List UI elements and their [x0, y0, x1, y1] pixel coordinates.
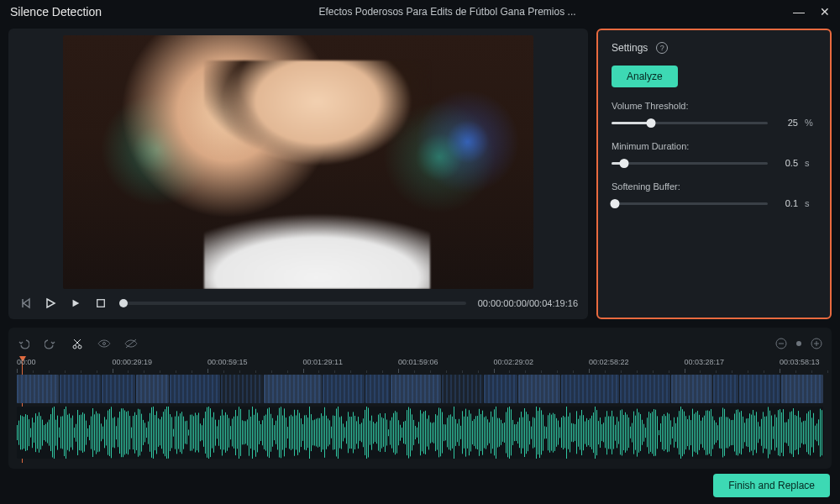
video-clip[interactable] [518, 375, 560, 403]
zoom-in-button[interactable] [810, 337, 823, 350]
video-clip[interactable] [561, 375, 619, 403]
ruler-label: 00:00:29:19 [113, 358, 153, 366]
ruler-label: 00:03:58:13 [780, 358, 820, 366]
timeline-panel: 00:0000:00:29:1900:00:59:1500:01:29:1100… [8, 328, 832, 469]
minimum-duration-slider[interactable] [612, 162, 768, 165]
redo-button[interactable] [44, 337, 57, 350]
param-value: 0.1 [774, 198, 798, 208]
timecode-display: 00:00:00:00/00:04:19:16 [478, 298, 578, 308]
settings-panel: Settings ? Analyze Volume Threshold: 25 … [596, 29, 832, 319]
video-frame [63, 35, 533, 289]
svg-point-1 [73, 345, 76, 349]
slider-knob[interactable] [619, 159, 628, 168]
close-button[interactable]: ✕ [820, 6, 830, 18]
svg-rect-0 [97, 300, 105, 307]
param-unit: s [805, 158, 816, 168]
footer-bar: Finish and Replace [0, 469, 840, 497]
param-unit: s [805, 198, 816, 208]
param-value: 25 [774, 118, 798, 128]
param-label: Softening Buffer: [612, 181, 816, 192]
video-clip[interactable] [170, 375, 220, 403]
analyze-button[interactable]: Analyze [612, 66, 678, 87]
timeline-toolbar [17, 334, 823, 353]
video-clip[interactable] [620, 375, 670, 403]
svg-point-3 [103, 343, 106, 345]
app-title: Silence Detection [10, 5, 102, 18]
video-clip[interactable] [136, 375, 170, 403]
transport-bar: 00:00:00:00/00:04:19:16 [18, 292, 578, 314]
ruler-label: 00:03:28:17 [685, 358, 725, 366]
ruler-label: 00:02:29:02 [494, 358, 534, 366]
video-clip[interactable] [365, 375, 391, 403]
video-clip[interactable] [221, 375, 263, 403]
ruler-label: 00:01:29:11 [303, 358, 344, 366]
finish-and-replace-button[interactable]: Finish and Replace [713, 474, 830, 497]
stop-button[interactable] [94, 297, 108, 310]
zoom-controls [774, 337, 823, 350]
play-alt-button[interactable] [69, 297, 82, 310]
prev-frame-button[interactable] [18, 297, 32, 310]
softening-buffer-slider[interactable] [612, 202, 768, 205]
settings-heading: Settings [612, 42, 648, 54]
video-clip[interactable] [323, 375, 365, 403]
undo-button[interactable] [17, 337, 30, 350]
title-bar: Silence Detection Efectos Poderosos Para… [0, 0, 840, 24]
param-label: Volume Threshold: [612, 101, 816, 111]
video-clip[interactable] [102, 375, 135, 403]
param-minimum-duration: Minimum Duration: 0.5 s [612, 141, 816, 168]
video-track[interactable] [17, 375, 823, 403]
window-controls: — ✕ [793, 6, 830, 18]
help-icon[interactable]: ? [656, 42, 668, 54]
param-softening-buffer: Softening Buffer: 0.1 s [612, 181, 816, 208]
slider-knob[interactable] [610, 199, 619, 208]
minimize-button[interactable]: — [793, 6, 805, 18]
video-clip[interactable] [60, 375, 102, 403]
audio-track[interactable] [17, 407, 823, 459]
ruler-label: 00:00:59:15 [207, 358, 248, 366]
video-clip[interactable] [739, 375, 781, 403]
play-button[interactable] [44, 297, 57, 310]
video-clip[interactable] [484, 375, 517, 403]
video-clip[interactable] [442, 375, 484, 403]
svg-point-2 [78, 345, 81, 349]
video-clip[interactable] [17, 375, 59, 403]
video-preview[interactable] [18, 35, 578, 289]
video-clip[interactable] [781, 375, 823, 403]
param-volume-threshold: Volume Threshold: 25 % [612, 101, 816, 128]
visibility-off-icon[interactable] [124, 337, 138, 350]
cut-button[interactable] [71, 337, 84, 350]
video-clip[interactable] [391, 375, 441, 403]
zoom-indicator [796, 341, 801, 346]
seek-bar[interactable] [119, 302, 466, 305]
zoom-out-button[interactable] [774, 337, 788, 350]
video-clip[interactable] [671, 375, 713, 403]
param-unit: % [805, 118, 816, 128]
preview-panel: 00:00:00:00/00:04:19:16 [8, 29, 588, 319]
video-clip[interactable] [264, 375, 322, 403]
param-label: Minimum Duration: [612, 141, 816, 151]
seek-head[interactable] [119, 299, 128, 307]
document-title: Efectos Poderosos Para Edits de Fútbol G… [102, 6, 793, 18]
ruler-label: 00:01:59:06 [398, 358, 438, 366]
volume-threshold-slider[interactable] [612, 122, 768, 124]
timeline-ruler[interactable]: 00:0000:00:29:1900:00:59:1500:01:29:1100… [17, 358, 823, 373]
visibility-icon[interactable] [97, 337, 111, 350]
video-clip[interactable] [713, 375, 738, 403]
param-value: 0.5 [774, 158, 798, 168]
ruler-label: 00:00 [17, 358, 36, 366]
ruler-label: 00:02:58:22 [589, 358, 629, 366]
slider-knob[interactable] [646, 118, 655, 128]
